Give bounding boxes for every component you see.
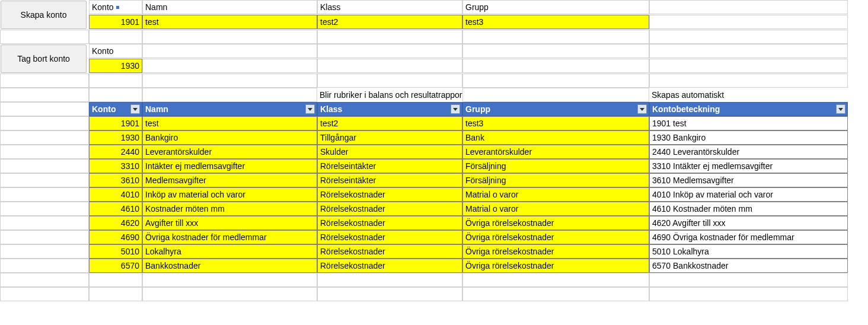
empty-cell[interactable]: [649, 74, 848, 88]
table-cell-grupp[interactable]: Matrial o varor: [462, 202, 649, 216]
filter-dropdown-icon[interactable]: [637, 104, 647, 114]
delete-konto-label[interactable]: Konto: [89, 44, 142, 58]
empty-cell[interactable]: [0, 259, 89, 273]
table-cell-konto[interactable]: 1901: [89, 116, 142, 130]
filter-dropdown-icon[interactable]: [305, 104, 315, 114]
empty-cell[interactable]: [0, 74, 89, 88]
table-cell-konto[interactable]: 6570: [89, 259, 142, 273]
table-cell-konto[interactable]: 2440: [89, 145, 142, 159]
empty-cell[interactable]: [649, 0, 848, 14]
table-cell-klass[interactable]: test2: [317, 116, 462, 130]
empty-cell[interactable]: [0, 159, 89, 173]
empty-cell[interactable]: [0, 230, 89, 244]
table-cell-namn[interactable]: Lokalhyra: [142, 244, 317, 259]
empty-cell[interactable]: [0, 130, 89, 145]
empty-cell[interactable]: [317, 74, 462, 88]
table-cell-grupp[interactable]: Övriga rörelsekostnader: [462, 244, 649, 259]
table-cell-klass[interactable]: Rörelseintäkter: [317, 159, 462, 173]
create-namn-input[interactable]: test: [142, 15, 317, 29]
create-grupp-input[interactable]: test3: [462, 15, 649, 29]
empty-cell[interactable]: [142, 59, 317, 73]
table-cell-namn[interactable]: Bankgiro: [142, 130, 317, 145]
table-cell-namn[interactable]: Inköp av material och varor: [142, 187, 317, 202]
empty-cell[interactable]: [142, 273, 317, 287]
table-cell-klass[interactable]: Tillgångar: [317, 130, 462, 145]
table-cell-grupp[interactable]: Övriga rörelsekostnader: [462, 216, 649, 230]
empty-cell[interactable]: [649, 15, 848, 29]
upper-header-konto[interactable]: Konto: [89, 0, 142, 14]
empty-cell[interactable]: [0, 88, 89, 102]
table-cell-beteckning[interactable]: 4620 Avgifter till xxx: [649, 216, 848, 230]
table-cell-beteckning[interactable]: 4610 Kostnader möten mm: [649, 202, 848, 216]
table-cell-grupp[interactable]: Övriga rörelsekostnader: [462, 230, 649, 244]
table-cell-grupp[interactable]: Försäljning: [462, 173, 649, 187]
table-cell-klass[interactable]: Rörelseintäkter: [317, 173, 462, 187]
table-cell-namn[interactable]: Leverantörskulder: [142, 145, 317, 159]
empty-cell[interactable]: [462, 44, 649, 58]
table-cell-konto[interactable]: 4690: [89, 230, 142, 244]
empty-cell[interactable]: [0, 273, 89, 287]
empty-cell[interactable]: [89, 88, 142, 102]
empty-cell[interactable]: [649, 273, 848, 287]
table-cell-beteckning[interactable]: 3610 Medlemsavgifter: [649, 173, 848, 187]
empty-cell[interactable]: [0, 102, 89, 116]
table-cell-klass[interactable]: Rörelsekostnader: [317, 230, 462, 244]
empty-cell[interactable]: [89, 30, 142, 44]
table-header-grupp[interactable]: Grupp: [462, 102, 649, 116]
empty-cell[interactable]: [462, 74, 649, 88]
table-cell-grupp[interactable]: Bank: [462, 130, 649, 145]
empty-cell[interactable]: [317, 273, 462, 287]
table-cell-grupp[interactable]: Övriga rörelsekostnader: [462, 259, 649, 273]
empty-cell[interactable]: [317, 59, 462, 73]
table-header-konto[interactable]: Konto: [89, 102, 142, 116]
upper-header-grupp[interactable]: Grupp: [462, 0, 649, 14]
table-cell-beteckning[interactable]: 1930 Bankgiro: [649, 130, 848, 145]
table-cell-konto[interactable]: 5010: [89, 244, 142, 259]
create-konto-input[interactable]: 1901: [89, 15, 142, 29]
table-cell-beteckning[interactable]: 4690 Övriga kostnader för medlemmar: [649, 230, 848, 244]
table-cell-namn[interactable]: Övriga kostnader för medlemmar: [142, 230, 317, 244]
table-cell-klass[interactable]: Rörelsekostnader: [317, 202, 462, 216]
table-cell-namn[interactable]: Avgifter till xxx: [142, 216, 317, 230]
empty-cell[interactable]: [462, 287, 649, 301]
empty-cell[interactable]: [649, 287, 848, 301]
empty-cell[interactable]: [0, 202, 89, 216]
empty-cell[interactable]: [462, 59, 649, 73]
empty-cell[interactable]: [89, 287, 142, 301]
table-cell-klass[interactable]: Rörelsekostnader: [317, 244, 462, 259]
filter-dropdown-icon[interactable]: [451, 104, 460, 114]
empty-cell[interactable]: [0, 187, 89, 202]
table-cell-konto[interactable]: 4010: [89, 187, 142, 202]
empty-cell[interactable]: [0, 145, 89, 159]
empty-cell[interactable]: [649, 44, 848, 58]
table-header-namn[interactable]: Namn: [142, 102, 317, 116]
empty-cell[interactable]: [462, 88, 649, 102]
delete-konto-input[interactable]: 1930: [89, 59, 142, 73]
empty-cell[interactable]: [462, 30, 649, 44]
table-cell-konto[interactable]: 3610: [89, 173, 142, 187]
empty-cell[interactable]: [317, 44, 462, 58]
create-account-button[interactable]: Skapa konto: [1, 1, 87, 29]
upper-header-namn[interactable]: Namn: [142, 0, 317, 14]
empty-cell[interactable]: [142, 88, 317, 102]
spreadsheet-grid[interactable]: Skapa konto Konto Namn Klass Grupp 1901 …: [0, 0, 868, 301]
empty-cell[interactable]: [89, 273, 142, 287]
empty-cell[interactable]: [317, 287, 462, 301]
delete-account-button[interactable]: Tag bort konto: [1, 44, 87, 73]
empty-cell[interactable]: [0, 30, 89, 44]
empty-cell[interactable]: [142, 74, 317, 88]
empty-cell[interactable]: [649, 30, 848, 44]
upper-header-klass[interactable]: Klass: [317, 0, 462, 14]
table-cell-konto[interactable]: 3310: [89, 159, 142, 173]
table-cell-beteckning[interactable]: 2440 Leverantörskulder: [649, 145, 848, 159]
empty-cell[interactable]: [0, 287, 89, 301]
table-header-beteckning[interactable]: Kontobeteckning: [649, 102, 848, 116]
empty-cell[interactable]: [462, 273, 649, 287]
table-cell-beteckning[interactable]: 4010 Inköp av material och varor: [649, 187, 848, 202]
filter-dropdown-icon[interactable]: [836, 104, 845, 114]
empty-cell[interactable]: [649, 59, 848, 73]
empty-cell[interactable]: [0, 216, 89, 230]
table-cell-klass[interactable]: Rörelsekostnader: [317, 216, 462, 230]
table-cell-beteckning[interactable]: 5010 Lokalhyra: [649, 244, 848, 259]
table-cell-klass[interactable]: Rörelsekostnader: [317, 187, 462, 202]
